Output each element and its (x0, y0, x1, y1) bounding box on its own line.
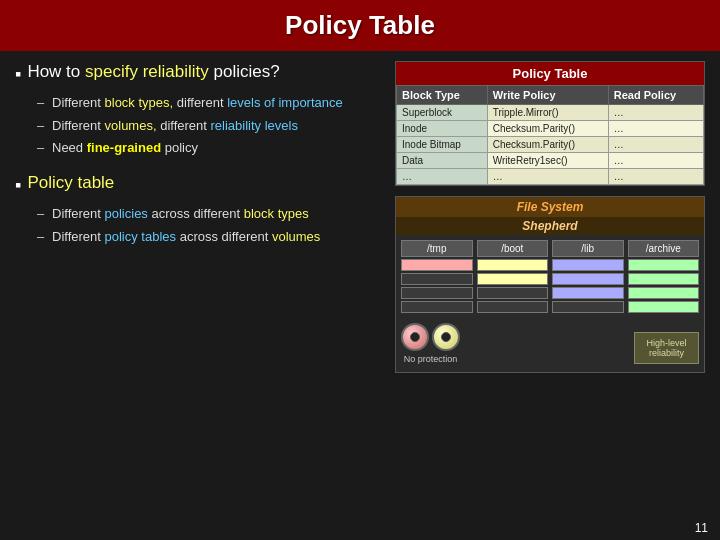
fs-cell (552, 287, 624, 299)
cell-ellipsis-2: … (487, 169, 608, 185)
highlight-policy-tables: policy tables (105, 229, 177, 244)
section-1-title: ▪ How to specify reliability policies? (15, 61, 380, 86)
fs-grid: /tmp /boot /lib (396, 235, 704, 318)
cell-data: Data (397, 153, 488, 169)
highlight-volumes-2: volumes (272, 229, 320, 244)
cell-tripple-mirror: Tripple.Mirror() (487, 105, 608, 121)
cell-read-2: … (608, 121, 703, 137)
cell-checksum-1: Checksum.Parity() (487, 121, 608, 137)
fs-cell (477, 287, 549, 299)
fs-col-tmp: /tmp (401, 240, 473, 313)
section-2-title: ▪ Policy table (15, 172, 380, 197)
fs-label-boot: /boot (477, 240, 549, 257)
bullet-1: ▪ (15, 63, 21, 86)
page-title: Policy Table (0, 10, 720, 41)
bullet-2: ▪ (15, 174, 21, 197)
fs-cell (552, 259, 624, 271)
subitem-2-2: Different policy tables across different… (37, 228, 380, 246)
fs-cell (477, 301, 549, 313)
table-row: … … … (397, 169, 704, 185)
fs-subheader: Shepherd (396, 217, 704, 235)
fs-label-tmp: /tmp (401, 240, 473, 257)
fs-diagram: File System Shepherd /tmp /boot (395, 196, 705, 373)
right-panel: Policy Table Block Type Write Policy Rea… (395, 61, 705, 526)
cell-inode: Inode (397, 121, 488, 137)
section-1-text: How to specify reliability policies? (27, 61, 279, 83)
high-reliability-label: High-level reliability (646, 338, 686, 358)
highlight-fine-grained: fine-grained (87, 140, 161, 155)
highlight-reliability-levels: reliability levels (211, 118, 298, 133)
cell-read-3: … (608, 137, 703, 153)
cell-writeretry: WriteRetry1sec() (487, 153, 608, 169)
cell-read-1: … (608, 105, 703, 121)
highlight-policy-table: Policy table (27, 173, 114, 192)
table-header-row: Block Type Write Policy Read Policy (397, 86, 704, 105)
policy-table-title: Policy Table (396, 62, 704, 85)
fs-cell (401, 301, 473, 313)
page-number: 11 (695, 521, 708, 535)
no-protection-label: No protection (404, 354, 458, 364)
section-2: ▪ Policy table Different policies across… (15, 172, 380, 246)
disk-col (401, 323, 460, 351)
fs-cell (401, 273, 473, 285)
highlight-levels: levels of importance (227, 95, 343, 110)
fs-cell (477, 259, 549, 271)
disk-group-no-protection: No protection (401, 323, 460, 364)
fs-cell (552, 273, 624, 285)
left-panel: ▪ How to specify reliability policies? D… (15, 61, 380, 526)
highlight-specify-reliability: specify reliability (85, 62, 209, 81)
table-row: Inode Checksum.Parity() … (397, 121, 704, 137)
highlight-block-types-2: block types (244, 206, 309, 221)
section-1: ▪ How to specify reliability policies? D… (15, 61, 380, 157)
section-2-text: Policy table (27, 172, 114, 194)
fs-cell (628, 287, 700, 299)
highlight-block-types: block types, (105, 95, 174, 110)
fs-cell (628, 259, 700, 271)
fs-header: File System (396, 197, 704, 217)
table-row: Data WriteRetry1sec() … (397, 153, 704, 169)
fs-cell (628, 273, 700, 285)
subitem-2-1: Different policies across different bloc… (37, 205, 380, 223)
fs-cell (552, 301, 624, 313)
highlight-volumes: volumes, (105, 118, 157, 133)
fs-label-lib: /lib (552, 240, 624, 257)
disk-pink (401, 323, 429, 351)
col-read-policy: Read Policy (608, 86, 703, 105)
policy-table-container: Policy Table Block Type Write Policy Rea… (395, 61, 705, 186)
cell-ellipsis-3: … (608, 169, 703, 185)
cell-inode-bitmap: Inode Bitmap (397, 137, 488, 153)
title-bar: Policy Table (0, 0, 720, 51)
fs-cell (628, 301, 700, 313)
policy-table-body: Superblock Tripple.Mirror() … Inode Chec… (397, 105, 704, 185)
col-write-policy: Write Policy (487, 86, 608, 105)
table-row: Superblock Tripple.Mirror() … (397, 105, 704, 121)
highlight-policies: policies (105, 206, 148, 221)
cell-checksum-2: Checksum.Parity() (487, 137, 608, 153)
disk-yellow (432, 323, 460, 351)
fs-cell (477, 273, 549, 285)
section-1-subitems: Different block types, different levels … (37, 94, 380, 157)
cell-ellipsis-1: … (397, 169, 488, 185)
fs-col-boot: /boot (477, 240, 549, 313)
fs-col-archive: /archive (628, 240, 700, 313)
cell-superblock: Superblock (397, 105, 488, 121)
table-row: Inode Bitmap Checksum.Parity() … (397, 137, 704, 153)
subitem-1-2: Different volumes, different reliability… (37, 117, 380, 135)
subitem-1-3: Need fine-grained policy (37, 139, 380, 157)
section-2-subitems: Different policies across different bloc… (37, 205, 380, 245)
fs-cell (401, 287, 473, 299)
fs-cell (401, 259, 473, 271)
fs-bottom: No protection High-level reliability (396, 318, 704, 372)
fs-label-archive: /archive (628, 240, 700, 257)
col-block-type: Block Type (397, 86, 488, 105)
fs-col-lib: /lib (552, 240, 624, 313)
subitem-1-1: Different block types, different levels … (37, 94, 380, 112)
high-reliability-box: High-level reliability (634, 332, 699, 364)
main-content: ▪ How to specify reliability policies? D… (0, 51, 720, 536)
policy-table: Block Type Write Policy Read Policy Supe… (396, 85, 704, 185)
cell-read-4: … (608, 153, 703, 169)
